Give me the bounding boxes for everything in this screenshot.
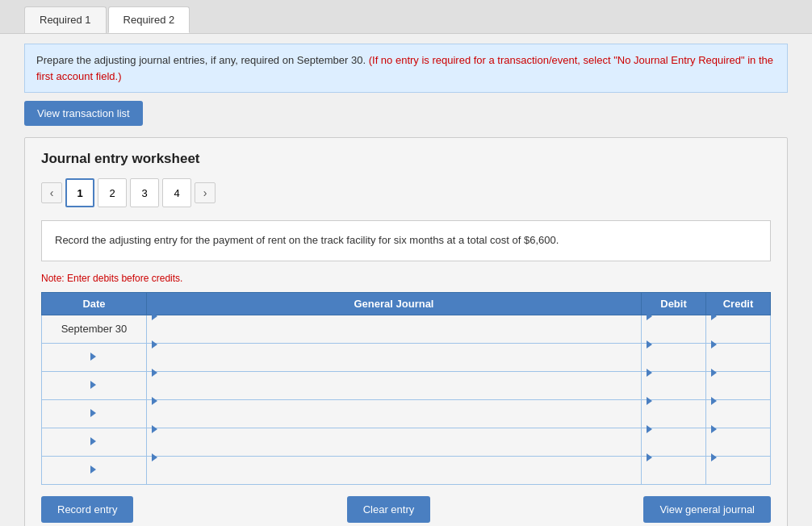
credit-input[interactable] [711, 379, 765, 403]
col-header-date: Date [42, 292, 147, 315]
journal-input[interactable] [152, 379, 636, 403]
table-row [42, 343, 771, 371]
debit-input[interactable] [647, 379, 701, 403]
journal-cell[interactable] [147, 315, 642, 343]
clear-entry-button[interactable]: Clear entry [347, 496, 431, 523]
table-row [42, 399, 771, 428]
journal-cell[interactable] [147, 371, 642, 399]
table-row [42, 371, 771, 399]
debit-input[interactable] [647, 351, 701, 375]
credit-input[interactable] [711, 351, 765, 375]
credit-input[interactable] [711, 436, 765, 460]
date-cell: September 30 [42, 315, 147, 343]
step-navigator: ‹ 1 2 3 4 › [41, 178, 771, 207]
step-1-button[interactable]: 1 [65, 178, 94, 207]
journal-table: Date General Journal Debit Credit Septem… [41, 292, 771, 485]
debit-input[interactable] [647, 323, 701, 347]
prev-step-button[interactable]: ‹ [41, 182, 62, 203]
journal-input[interactable] [152, 407, 636, 432]
debit-input[interactable] [647, 436, 701, 460]
date-cell [42, 371, 147, 399]
step-2-button[interactable]: 2 [98, 178, 127, 207]
tab-required-1[interactable]: Required 1 [24, 6, 107, 33]
record-entry-button[interactable]: Record entry [41, 496, 133, 523]
journal-input[interactable] [152, 464, 636, 488]
journal-cell[interactable] [147, 399, 642, 428]
step-3-button[interactable]: 3 [130, 178, 159, 207]
date-cell [42, 343, 147, 371]
debit-input[interactable] [647, 464, 701, 488]
note-text: Note: Enter debits before credits. [41, 273, 771, 284]
date-cell [42, 428, 147, 456]
step-4-button[interactable]: 4 [162, 178, 191, 207]
table-row [42, 428, 771, 456]
credit-input[interactable] [711, 323, 765, 347]
credit-input[interactable] [711, 464, 765, 488]
credit-cell[interactable] [706, 456, 771, 484]
info-banner: Prepare the adjusting journal entries, i… [24, 44, 788, 93]
journal-input[interactable] [152, 351, 636, 375]
description-text: Record the adjusting entry for the payme… [55, 234, 559, 246]
view-general-journal-button[interactable]: View general journal [643, 496, 771, 523]
tabs-bar: Required 1 Required 2 [0, 0, 812, 34]
journal-input[interactable] [152, 436, 636, 460]
debit-input[interactable] [647, 407, 701, 432]
description-box: Record the adjusting entry for the payme… [41, 220, 771, 261]
worksheet-title: Journal entry worksheet [41, 151, 771, 167]
journal-input[interactable] [152, 323, 636, 347]
journal-cell[interactable] [147, 343, 642, 371]
table-row: September 30 [42, 315, 771, 343]
debit-cell[interactable] [642, 456, 706, 484]
table-row [42, 456, 771, 484]
action-buttons: Record entry Clear entry View general jo… [41, 496, 771, 523]
worksheet-container: Journal entry worksheet ‹ 1 2 3 4 › Reco… [24, 137, 788, 526]
next-step-button[interactable]: › [195, 182, 216, 203]
view-transaction-button[interactable]: View transaction list [24, 101, 143, 126]
date-cell [42, 399, 147, 428]
credit-input[interactable] [711, 407, 765, 432]
col-header-journal: General Journal [147, 292, 642, 315]
date-cell [42, 456, 147, 484]
tab-required-2[interactable]: Required 2 [108, 6, 190, 33]
journal-cell[interactable] [147, 428, 642, 456]
info-main-text: Prepare the adjusting journal entries, i… [36, 54, 366, 66]
journal-cell[interactable] [147, 456, 642, 484]
